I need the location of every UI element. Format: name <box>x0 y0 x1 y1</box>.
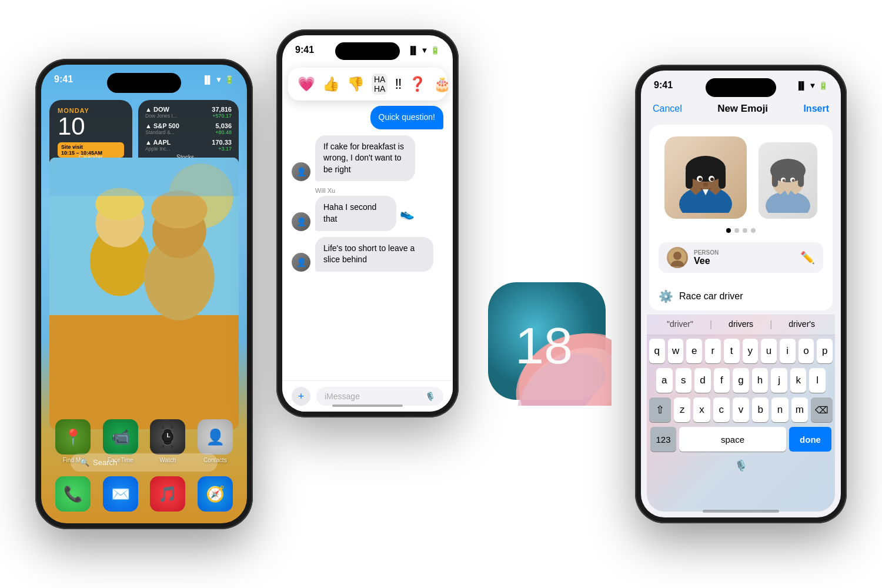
reaction-exclaim[interactable]: ‼️ <box>395 76 402 92</box>
key-u[interactable]: u <box>761 339 777 363</box>
time-3: 9:41 <box>654 80 673 91</box>
facetime-icon: 📹 <box>103 419 138 455</box>
keyboard-row-4: 123 space done <box>647 427 835 452</box>
svg-point-36 <box>699 178 702 181</box>
suggestion-3[interactable]: driver's <box>789 319 815 330</box>
key-e[interactable]: e <box>686 339 702 363</box>
key-y[interactable]: y <box>743 339 759 363</box>
key-g[interactable]: g <box>733 368 749 393</box>
emoji-page-dots <box>726 228 756 233</box>
key-s[interactable]: s <box>676 368 692 393</box>
key-d[interactable]: d <box>694 368 711 393</box>
person-label: PERSON <box>694 249 794 256</box>
msg-bubble-recv-1: If cake for breakfast is wrong, I don't … <box>315 135 415 182</box>
key-l[interactable]: l <box>809 368 826 393</box>
mic-icon[interactable]: 🎙️ <box>425 392 435 401</box>
person-name: Vee <box>694 256 794 266</box>
emoji-avatars <box>664 136 817 219</box>
key-k[interactable]: k <box>790 368 807 393</box>
key-c[interactable]: c <box>713 397 730 422</box>
ios18-logo-container: 18 <box>482 276 612 406</box>
reaction-bar: 💗 👍 👎 HA HA ‼️ ❓ 🎂 ··· 😊 <box>288 68 447 101</box>
status-icons-3: ▐▌ ▼ 🔋 <box>796 81 828 90</box>
person-info: PERSON Vee <box>694 249 794 266</box>
suggestion-2[interactable]: drivers <box>729 319 753 330</box>
key-n[interactable]: n <box>771 397 788 422</box>
key-t[interactable]: t <box>724 339 740 363</box>
keyboard-row-2: a s d f g h j k l <box>647 368 835 393</box>
key-h[interactable]: h <box>752 368 769 393</box>
imessage-placeholder: iMessage <box>325 392 360 401</box>
keyboard-row-3: ⇧ z x c v b n m ⌫ <box>647 397 835 422</box>
key-z[interactable]: z <box>674 397 690 422</box>
safari-icon: 🧭 <box>198 476 233 512</box>
app-music[interactable]: 🎵 <box>150 476 185 512</box>
reaction-haha[interactable]: HA HA <box>372 74 387 95</box>
key-j[interactable]: j <box>771 368 787 393</box>
msg-recv-3: 👤 Life's too short to leave a slice behi… <box>292 237 443 272</box>
key-123[interactable]: 123 <box>650 427 676 452</box>
app-phone[interactable]: 📞 <box>55 476 91 512</box>
stock-sp500: ▲ S&P 500Standard &... 5,036+80.48 <box>145 122 232 135</box>
time-1: 9:41 <box>54 74 73 85</box>
reaction-thumbsup[interactable]: 👍 <box>322 76 340 92</box>
key-m[interactable]: m <box>791 397 808 422</box>
mic-area: 🎙️ <box>647 452 835 477</box>
new-emoji-title: New Emoji <box>717 103 768 115</box>
stock-dow: ▲ DOWDow Jones I... 37,816+570.17 <box>145 106 232 119</box>
status-icons-1: ▐▌ ▼ 🔋 <box>202 75 234 84</box>
key-a[interactable]: a <box>656 368 673 393</box>
key-w[interactable]: w <box>668 339 684 363</box>
imessage-input[interactable]: iMessage 🎙️ <box>316 387 443 406</box>
search-bar[interactable]: 🔍 Search <box>71 453 218 472</box>
svg-point-48 <box>792 179 795 182</box>
home-indicator-3 <box>703 510 779 513</box>
key-o[interactable]: o <box>799 339 814 363</box>
reaction-heart[interactable]: 💗 <box>298 76 315 92</box>
emoji-avatar-alt[interactable] <box>759 142 817 219</box>
insert-btn[interactable]: Insert <box>803 103 829 114</box>
reaction-thumbsdown[interactable]: 👎 <box>347 76 365 92</box>
prompt-text: Race car driver <box>679 291 743 302</box>
key-q[interactable]: q <box>649 339 665 363</box>
plus-btn[interactable]: + <box>292 387 310 406</box>
key-shift[interactable]: ⇧ <box>649 397 671 422</box>
edit-icon[interactable]: ✏️ <box>800 250 815 265</box>
reaction-cake[interactable]: 🎂 <box>433 76 451 92</box>
reaction-question[interactable]: ❓ <box>409 76 426 92</box>
home-indicator-2 <box>332 405 403 407</box>
msg-recv-2: 👤 Will Xu Haha I second that 👟 <box>292 187 443 230</box>
key-p[interactable]: p <box>817 339 833 363</box>
prompt-area[interactable]: ⚙️ Race car driver <box>649 282 833 310</box>
dot-1 <box>726 228 731 233</box>
svg-point-50 <box>673 252 681 260</box>
key-i[interactable]: i <box>780 339 796 363</box>
key-space[interactable]: space <box>679 427 786 452</box>
svg-text:18: 18 <box>515 316 573 375</box>
cancel-btn[interactable]: Cancel <box>653 103 682 114</box>
svg-rect-17 <box>162 445 164 448</box>
emoji-content-card: PERSON Vee ✏️ <box>649 125 833 300</box>
avatar-3: 👤 <box>292 253 310 272</box>
dot-2 <box>734 228 739 233</box>
key-done[interactable]: done <box>789 427 831 452</box>
emoji-avatar-main[interactable] <box>664 136 747 219</box>
person-chip[interactable]: PERSON Vee ✏️ <box>659 242 823 273</box>
key-r[interactable]: r <box>705 339 721 363</box>
suggestion-1[interactable]: "driver" <box>667 319 693 330</box>
svg-rect-44 <box>798 169 804 187</box>
app-mail[interactable]: ✉️ <box>103 476 138 512</box>
kb-mic-icon[interactable]: 🎙️ <box>731 456 750 475</box>
app-safari[interactable]: 🧭 <box>198 476 233 512</box>
key-delete[interactable]: ⌫ <box>811 397 833 422</box>
key-b[interactable]: b <box>752 397 769 422</box>
key-x[interactable]: x <box>693 397 710 422</box>
messages-container: Quick question! 👤 If cake for breakfast … <box>282 100 453 412</box>
key-v[interactable]: v <box>733 397 749 422</box>
svg-rect-33 <box>719 168 726 189</box>
key-f[interactable]: f <box>714 368 730 393</box>
msg-emoji-1: 👟 <box>400 206 415 220</box>
phone-3: 9:41 ▐▌ ▼ 🔋 Cancel New Emoji Insert <box>635 65 847 523</box>
messages-list: Quick question! 👤 If cake for breakfast … <box>282 100 453 380</box>
contacts-icon: 👤 <box>198 419 233 455</box>
